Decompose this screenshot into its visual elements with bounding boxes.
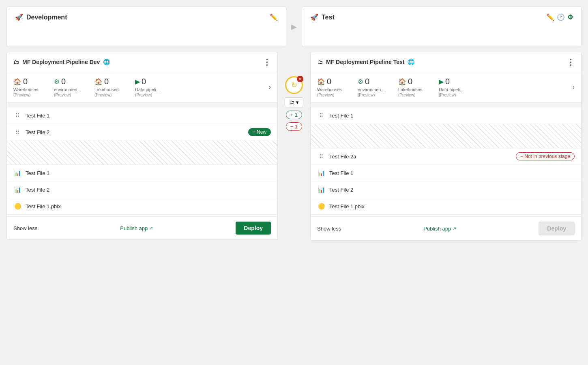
test-stage-label: Test [322,14,335,21]
test-section-divider [311,102,581,107]
test-deploy-button: Deploy [539,222,575,235]
test-file-1-grid-icon: ⠿ [317,111,325,120]
dev-env-label: environmen... [54,87,81,92]
test-pipeline-sublabel: (Preview) [439,93,456,97]
dev-file-5-pbix-icon: 🟡 [13,202,21,210]
test-stat-lake: 🏠 0 Lakehouses (Preview) [398,77,439,97]
test-stage-card: 🚀 Test ✏️ 🕐 ⚙ [302,6,582,47]
test-stats-row: 🏠 0 Warehouses (Preview) ⚙ 0 environmen.… [311,72,581,102]
test-edit-icon[interactable]: ✏️ [546,13,554,21]
dev-file-4-bar-icon: 📊 [13,186,21,194]
dev-publish-external-icon: ↗ [149,226,153,231]
test-panel-type-icon: 🗂 [317,59,323,65]
test-pipeline-icon: ▶ [439,78,444,85]
test-env-label: environmen... [358,87,385,92]
top-stages-row: 🚀 Development ✏️ ▶ 🚀 Test ✏️ 🕐 ⚙ [6,6,582,47]
dev-pipeline-count: 0 [142,77,146,86]
test-settings-icon[interactable]: ⚙ [567,13,573,21]
plus-count-badge: + 1 [286,111,302,119]
test-pipeline-panel: 🗂 MF Deployment Pipeline Test 🌐 ⋮ 🏠 0 Wa… [310,52,582,241]
test-warehouse-icon: 🏠 [317,78,325,85]
development-edit-icon[interactable]: ✏️ [270,13,278,21]
test-publish-button[interactable]: Publish app ↗ [423,226,456,232]
dev-panel-menu-icon[interactable]: ⋮ [263,58,271,66]
test-env-count: 0 [365,77,369,86]
dev-show-less-button[interactable]: Show less [13,225,37,231]
test-file-3-bar-icon: 📊 [317,169,325,177]
dev-stats-row: 🏠 0 Warehouses (Preview) ⚙ 0 environmen.… [7,72,277,102]
test-file-item-5: 🟡 Test File 1.pbix [311,198,581,215]
compare-button[interactable]: 🗂 ▾ [285,97,303,107]
dev-pipeline-sublabel: (Preview) [135,93,152,97]
test-file-2-name: Test File 2a [329,154,356,160]
development-stage-label: Development [26,14,67,21]
compare-icon: 🗂 [289,99,294,105]
minus-count-badge: − 1 [286,122,302,131]
development-stage-card: 🚀 Development ✏️ [6,6,286,47]
dev-file-4-name: Test File 2 [26,187,49,193]
refresh-arrows-icon: ↻ [291,81,297,90]
dev-file-2-name: Test File 2 [26,129,49,135]
test-pipeline-count: 0 [445,77,450,86]
dev-warehouse-label: Warehouses [13,87,38,92]
dev-file-item-1: ⠿ Test File 1 [7,107,277,124]
dev-file-5-name: Test File 1.pbix [26,203,61,209]
test-warehouse-count: 0 [327,77,331,86]
test-show-less-button[interactable]: Show less [317,226,341,232]
test-file-5-pbix-icon: 🟡 [317,202,325,210]
test-pipeline-label: Data pipeli... [439,87,464,92]
connector-area: ↻ ✕ 🗂 ▾ + 1 − 1 [278,52,310,131]
dev-lake-label: Lakehouses [94,87,118,92]
test-file-2-not-previous-badge: − Not in previous stage [516,152,575,160]
dev-lake-count: 0 [104,77,109,86]
dev-file-item-3: 📊 Test File 1 [7,165,277,181]
dev-file-2-new-badge: + New [248,128,271,136]
dev-publish-button[interactable]: Publish app ↗ [120,225,153,231]
dev-stat-env: ⚙ 0 environmen... (Preview) [54,77,94,97]
dev-file-item-5: 🟡 Test File 1.pbix [7,198,277,215]
development-stage-icon: 🚀 [15,13,23,21]
test-file-4-name: Test File 2 [329,187,353,193]
test-file-4-bar-icon: 📊 [317,186,325,194]
dev-env-count: 0 [61,77,66,86]
dev-lake-icon: 🏠 [94,78,103,85]
dev-env-sublabel: (Preview) [54,93,71,97]
test-file-item-1: ⠿ Test File 1 [311,107,581,124]
dev-panel-footer: Show less Publish app ↗ Deploy [7,216,277,239]
test-warehouse-sublabel: (Preview) [317,93,334,97]
test-lake-label: Lakehouses [398,87,422,92]
dev-deploy-button[interactable]: Deploy [236,222,271,235]
dev-pipeline-label: Data pipeli... [135,87,160,92]
test-panel-footer: Show less Publish app ↗ Deploy [311,216,581,240]
test-file-5-name: Test File 1.pbix [329,203,365,209]
dev-file-1-grid-icon: ⠿ [13,111,21,120]
test-stats-more-arrow[interactable]: › [573,83,575,91]
test-panel-title: MF Deployment Pipeline Test [326,59,404,65]
test-stage-title: 🚀 Test ✏️ 🕐 ⚙ [310,13,573,21]
test-panel-header: 🗂 MF Deployment Pipeline Test 🌐 ⋮ [311,52,581,72]
dev-file-3-bar-icon: 📊 [13,169,21,177]
test-lake-count: 0 [408,77,412,86]
test-stat-env: ⚙ 0 environmen... (Preview) [358,77,398,97]
test-stat-pipeline: ▶ 0 Data pipeli... (Preview) [439,77,479,97]
dev-warehouse-count: 0 [23,77,28,86]
test-stage-icon: 🚀 [310,13,318,21]
dev-file-3-name: Test File 1 [26,170,49,176]
test-history-icon[interactable]: 🕐 [557,13,565,21]
test-panel-menu-icon[interactable]: ⋮ [567,58,575,66]
dev-stats-more-arrow[interactable]: › [269,83,271,91]
test-file-item-4: 📊 Test File 2 [311,181,581,198]
test-env-icon: ⚙ [358,78,363,85]
dev-warehouse-sublabel: (Preview) [13,93,30,97]
dev-panel-type-icon: 🗂 [13,59,19,65]
dev-warehouse-icon: 🏠 [13,78,21,85]
dev-lake-sublabel: (Preview) [94,93,112,97]
test-file-2-grid-icon: ⠿ [317,152,325,160]
compare-chevron-icon: ▾ [296,99,299,105]
dev-file-1-name: Test File 1 [26,113,49,119]
test-lake-icon: 🏠 [398,78,406,85]
test-warehouse-label: Warehouses [317,87,342,92]
dev-panel-network-icon: 🌐 [103,59,110,65]
dev-stat-warehouses: 🏠 0 Warehouses (Preview) [13,77,54,97]
test-publish-external-icon: ↗ [453,226,456,231]
